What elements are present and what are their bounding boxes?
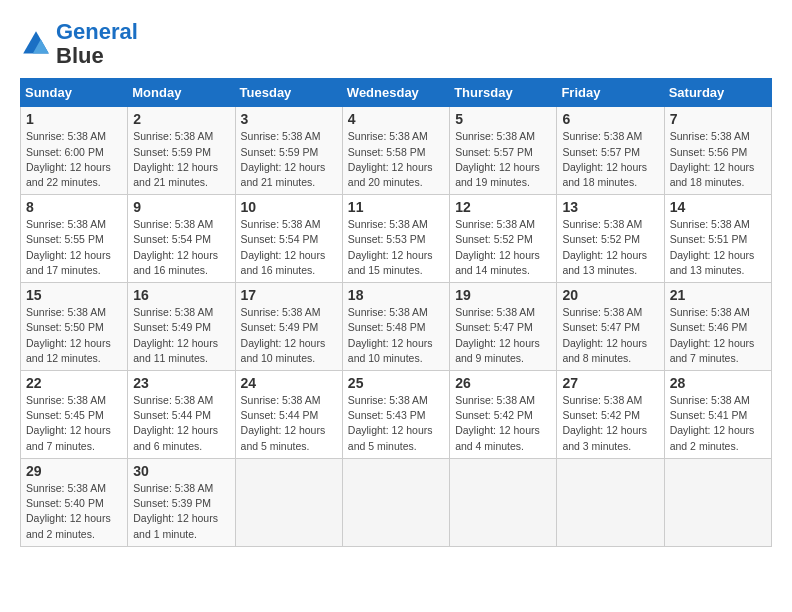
day-info: Sunrise: 5:38 AMSunset: 5:57 PMDaylight:…: [562, 130, 647, 188]
calendar-cell: 19 Sunrise: 5:38 AMSunset: 5:47 PMDaylig…: [450, 283, 557, 371]
day-info: Sunrise: 5:38 AMSunset: 5:47 PMDaylight:…: [562, 306, 647, 364]
logo: GeneralBlue: [20, 20, 138, 68]
calendar-cell: [342, 458, 449, 546]
calendar-cell: 8 Sunrise: 5:38 AMSunset: 5:55 PMDayligh…: [21, 195, 128, 283]
day-info: Sunrise: 5:38 AMSunset: 5:42 PMDaylight:…: [562, 394, 647, 452]
day-info: Sunrise: 5:38 AMSunset: 5:56 PMDaylight:…: [670, 130, 755, 188]
logo-icon: [20, 28, 52, 60]
day-info: Sunrise: 5:38 AMSunset: 5:53 PMDaylight:…: [348, 218, 433, 276]
calendar-cell: 27 Sunrise: 5:38 AMSunset: 5:42 PMDaylig…: [557, 371, 664, 459]
day-number: 15: [26, 287, 122, 303]
col-header-friday: Friday: [557, 79, 664, 107]
day-info: Sunrise: 5:38 AMSunset: 5:57 PMDaylight:…: [455, 130, 540, 188]
day-number: 25: [348, 375, 444, 391]
calendar-cell: 23 Sunrise: 5:38 AMSunset: 5:44 PMDaylig…: [128, 371, 235, 459]
calendar-cell: 12 Sunrise: 5:38 AMSunset: 5:52 PMDaylig…: [450, 195, 557, 283]
day-info: Sunrise: 5:38 AMSunset: 5:59 PMDaylight:…: [241, 130, 326, 188]
day-number: 8: [26, 199, 122, 215]
day-info: Sunrise: 5:38 AMSunset: 5:52 PMDaylight:…: [455, 218, 540, 276]
calendar-cell: 2 Sunrise: 5:38 AMSunset: 5:59 PMDayligh…: [128, 107, 235, 195]
day-info: Sunrise: 5:38 AMSunset: 5:51 PMDaylight:…: [670, 218, 755, 276]
calendar-week-4: 22 Sunrise: 5:38 AMSunset: 5:45 PMDaylig…: [21, 371, 772, 459]
calendar-cell: 1 Sunrise: 5:38 AMSunset: 6:00 PMDayligh…: [21, 107, 128, 195]
calendar-cell: 30 Sunrise: 5:38 AMSunset: 5:39 PMDaylig…: [128, 458, 235, 546]
calendar-cell: 13 Sunrise: 5:38 AMSunset: 5:52 PMDaylig…: [557, 195, 664, 283]
calendar-header: SundayMondayTuesdayWednesdayThursdayFrid…: [21, 79, 772, 107]
col-header-sunday: Sunday: [21, 79, 128, 107]
day-info: Sunrise: 5:38 AMSunset: 5:48 PMDaylight:…: [348, 306, 433, 364]
calendar-cell: 15 Sunrise: 5:38 AMSunset: 5:50 PMDaylig…: [21, 283, 128, 371]
calendar-cell: 9 Sunrise: 5:38 AMSunset: 5:54 PMDayligh…: [128, 195, 235, 283]
day-number: 30: [133, 463, 229, 479]
day-number: 10: [241, 199, 337, 215]
page-header: GeneralBlue: [20, 20, 772, 68]
day-info: Sunrise: 5:38 AMSunset: 5:52 PMDaylight:…: [562, 218, 647, 276]
day-info: Sunrise: 5:38 AMSunset: 5:58 PMDaylight:…: [348, 130, 433, 188]
day-number: 12: [455, 199, 551, 215]
day-number: 21: [670, 287, 766, 303]
day-number: 1: [26, 111, 122, 127]
day-info: Sunrise: 5:38 AMSunset: 5:49 PMDaylight:…: [133, 306, 218, 364]
calendar-cell: 3 Sunrise: 5:38 AMSunset: 5:59 PMDayligh…: [235, 107, 342, 195]
calendar-cell: 11 Sunrise: 5:38 AMSunset: 5:53 PMDaylig…: [342, 195, 449, 283]
day-info: Sunrise: 5:38 AMSunset: 5:40 PMDaylight:…: [26, 482, 111, 540]
col-header-thursday: Thursday: [450, 79, 557, 107]
day-info: Sunrise: 5:38 AMSunset: 5:43 PMDaylight:…: [348, 394, 433, 452]
calendar-cell: 17 Sunrise: 5:38 AMSunset: 5:49 PMDaylig…: [235, 283, 342, 371]
day-number: 9: [133, 199, 229, 215]
day-info: Sunrise: 5:38 AMSunset: 6:00 PMDaylight:…: [26, 130, 111, 188]
day-info: Sunrise: 5:38 AMSunset: 5:47 PMDaylight:…: [455, 306, 540, 364]
calendar-cell: [664, 458, 771, 546]
day-number: 17: [241, 287, 337, 303]
day-number: 4: [348, 111, 444, 127]
day-info: Sunrise: 5:38 AMSunset: 5:54 PMDaylight:…: [133, 218, 218, 276]
day-number: 24: [241, 375, 337, 391]
col-header-monday: Monday: [128, 79, 235, 107]
day-number: 11: [348, 199, 444, 215]
calendar-cell: [235, 458, 342, 546]
day-number: 19: [455, 287, 551, 303]
calendar-cell: 25 Sunrise: 5:38 AMSunset: 5:43 PMDaylig…: [342, 371, 449, 459]
calendar-cell: 22 Sunrise: 5:38 AMSunset: 5:45 PMDaylig…: [21, 371, 128, 459]
calendar-cell: 5 Sunrise: 5:38 AMSunset: 5:57 PMDayligh…: [450, 107, 557, 195]
calendar-cell: [557, 458, 664, 546]
day-info: Sunrise: 5:38 AMSunset: 5:55 PMDaylight:…: [26, 218, 111, 276]
calendar-cell: 29 Sunrise: 5:38 AMSunset: 5:40 PMDaylig…: [21, 458, 128, 546]
calendar-cell: 24 Sunrise: 5:38 AMSunset: 5:44 PMDaylig…: [235, 371, 342, 459]
day-info: Sunrise: 5:38 AMSunset: 5:39 PMDaylight:…: [133, 482, 218, 540]
calendar-week-5: 29 Sunrise: 5:38 AMSunset: 5:40 PMDaylig…: [21, 458, 772, 546]
day-info: Sunrise: 5:38 AMSunset: 5:42 PMDaylight:…: [455, 394, 540, 452]
day-number: 16: [133, 287, 229, 303]
calendar-cell: 21 Sunrise: 5:38 AMSunset: 5:46 PMDaylig…: [664, 283, 771, 371]
col-header-saturday: Saturday: [664, 79, 771, 107]
col-header-tuesday: Tuesday: [235, 79, 342, 107]
calendar-week-1: 1 Sunrise: 5:38 AMSunset: 6:00 PMDayligh…: [21, 107, 772, 195]
day-number: 20: [562, 287, 658, 303]
day-number: 23: [133, 375, 229, 391]
day-info: Sunrise: 5:38 AMSunset: 5:41 PMDaylight:…: [670, 394, 755, 452]
calendar-cell: 4 Sunrise: 5:38 AMSunset: 5:58 PMDayligh…: [342, 107, 449, 195]
calendar-cell: [450, 458, 557, 546]
day-info: Sunrise: 5:38 AMSunset: 5:44 PMDaylight:…: [133, 394, 218, 452]
day-number: 27: [562, 375, 658, 391]
calendar-cell: 18 Sunrise: 5:38 AMSunset: 5:48 PMDaylig…: [342, 283, 449, 371]
calendar-week-2: 8 Sunrise: 5:38 AMSunset: 5:55 PMDayligh…: [21, 195, 772, 283]
day-number: 28: [670, 375, 766, 391]
day-number: 6: [562, 111, 658, 127]
day-number: 7: [670, 111, 766, 127]
day-info: Sunrise: 5:38 AMSunset: 5:46 PMDaylight:…: [670, 306, 755, 364]
calendar-week-3: 15 Sunrise: 5:38 AMSunset: 5:50 PMDaylig…: [21, 283, 772, 371]
calendar-cell: 28 Sunrise: 5:38 AMSunset: 5:41 PMDaylig…: [664, 371, 771, 459]
day-info: Sunrise: 5:38 AMSunset: 5:50 PMDaylight:…: [26, 306, 111, 364]
calendar-cell: 26 Sunrise: 5:38 AMSunset: 5:42 PMDaylig…: [450, 371, 557, 459]
day-number: 14: [670, 199, 766, 215]
calendar-cell: 10 Sunrise: 5:38 AMSunset: 5:54 PMDaylig…: [235, 195, 342, 283]
day-number: 29: [26, 463, 122, 479]
calendar-cell: 14 Sunrise: 5:38 AMSunset: 5:51 PMDaylig…: [664, 195, 771, 283]
calendar-cell: 7 Sunrise: 5:38 AMSunset: 5:56 PMDayligh…: [664, 107, 771, 195]
calendar-table: SundayMondayTuesdayWednesdayThursdayFrid…: [20, 78, 772, 546]
calendar-cell: 16 Sunrise: 5:38 AMSunset: 5:49 PMDaylig…: [128, 283, 235, 371]
day-info: Sunrise: 5:38 AMSunset: 5:44 PMDaylight:…: [241, 394, 326, 452]
day-info: Sunrise: 5:38 AMSunset: 5:49 PMDaylight:…: [241, 306, 326, 364]
day-number: 13: [562, 199, 658, 215]
